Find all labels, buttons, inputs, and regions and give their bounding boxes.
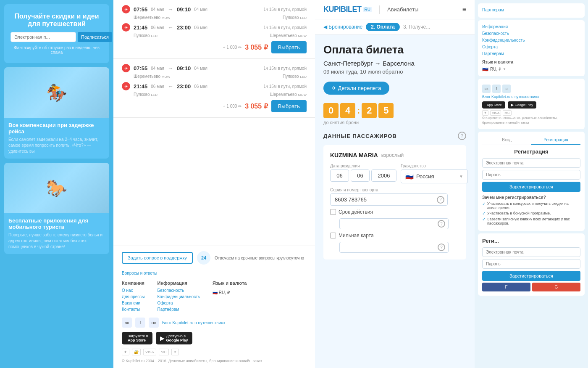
fr-link-partners2[interactable]: Партнерам [482, 51, 580, 56]
miles-help-icon[interactable]: ? [438, 244, 445, 251]
dep-time-1b: 21:45 [134, 24, 147, 31]
arr-airport-2b: Шереметьево MOW [270, 92, 307, 97]
dob-year-input[interactable] [371, 169, 396, 182]
breadcrumb-back[interactable]: ◀ Бронирование [323, 24, 362, 30]
validity-checkbox-label[interactable]: Срок действия [330, 209, 373, 215]
pay-icon-visa: VISA [143, 349, 156, 355]
footer-link-offer[interactable]: Оферта [158, 301, 200, 305]
payment-content: Оплата билета Санкт-Петербург → Барселон… [315, 35, 475, 273]
duration-2a: 1ч 15м в пути, прямой [263, 66, 307, 71]
dob-inputs [330, 169, 396, 182]
fr-link-information[interactable]: Информация [482, 24, 580, 29]
fr-link-security[interactable]: Безопасность [482, 31, 580, 36]
dep-airport-2a: Шереметьево MOW [134, 74, 170, 79]
support-row: Задать вопрос в поддержку 24 Отвечаем на… [122, 251, 307, 265]
miles-input[interactable] [339, 242, 449, 253]
card-apps-description: Поверьте, лучше забыть смену нижнего бел… [8, 232, 105, 250]
email-input[interactable] [10, 32, 76, 42]
fr-info-links: Партнерам [482, 8, 580, 13]
fr-pay-3: MC [503, 110, 511, 116]
select-button-1[interactable]: Выбрать [271, 41, 307, 53]
dob-month-input[interactable] [351, 169, 370, 182]
fr-why-item-2: ✓ Участвовать в бонусной программе. [482, 211, 580, 216]
fr-tab-register[interactable]: Регистрация [531, 136, 580, 145]
details-button[interactable]: ✈ Детали перелета [323, 82, 389, 95]
fr-link-offer[interactable]: Оферта [482, 45, 580, 49]
app-badges: Загрузите вApp Store ▶ Доступно вGoogle … [122, 332, 307, 344]
validity-input[interactable] [339, 218, 449, 229]
passengers-section-header: ДАННЫЕ ПАССАЖИРОВ ? [323, 132, 466, 140]
footer-link-security[interactable]: Безопасность [158, 288, 200, 293]
citizenship-flag: 🇷🇺 [405, 172, 414, 180]
flight-icon-2a: ✈ [122, 64, 130, 72]
google-play-badge[interactable]: ▶ Доступно вGoogle Play [156, 332, 192, 344]
center-panel: ✈ 07:55 04 мая → 09:10 04 мая 1ч 15м в п… [113, 0, 315, 368]
fr-fb-icon[interactable]: f [492, 85, 501, 93]
apple-badge-label: Загрузите вApp Store [128, 334, 148, 342]
footer-lang-value[interactable]: 🇷🇺 RU, ₽ [213, 290, 230, 295]
fr-tab-login[interactable]: Вход [482, 136, 531, 145]
fr-link-privacy[interactable]: Конфиденциальность [482, 38, 580, 42]
passengers-help-icon[interactable]: ? [458, 132, 466, 140]
facebook-icon[interactable]: f [135, 318, 145, 328]
passport-input[interactable] [330, 193, 448, 206]
fr-google-login-button[interactable]: G [532, 283, 580, 291]
fr-apple-badge[interactable]: App Store [482, 101, 505, 109]
fr-vk-icon[interactable]: вк [482, 85, 491, 93]
duration-2b: 1ч 15м в пути, прямой [263, 84, 307, 89]
fr-register-button[interactable]: Зарегистрироваться [482, 182, 580, 192]
fr-email-input[interactable] [482, 158, 580, 168]
vk-icon[interactable]: вк [122, 318, 132, 328]
menu-icon[interactable]: ≡ [462, 6, 466, 13]
footer-link-partners[interactable]: Партнёрам [158, 307, 200, 312]
passport-row: Серия и номер паспорта ? [330, 188, 459, 206]
validity-checkbox[interactable] [330, 209, 336, 215]
fr-reg2-button[interactable]: Зарегистрироваться [482, 271, 580, 281]
passport-label: Серия и номер паспорта [330, 188, 459, 192]
fr-google-badge[interactable]: ▶ Google Play [508, 101, 537, 109]
fr-links-card: Информация Безопасность Конфиденциальнос… [478, 20, 585, 76]
footer-link-about[interactable]: О нас [122, 288, 145, 293]
fr-password-input[interactable] [482, 170, 580, 180]
dob-day-input[interactable] [330, 169, 349, 182]
footer-link-contacts[interactable]: Контакты [122, 307, 145, 312]
miles-checkbox-label[interactable]: Мильная карта [330, 233, 374, 238]
apple-store-badge[interactable]: Загрузите вApp Store [122, 332, 152, 344]
fr-reg2-password-input[interactable] [482, 259, 580, 269]
miles-checkbox[interactable] [330, 233, 336, 238]
arr-time-2b: 23:00 [177, 83, 191, 90]
arr-date-2a: 04 мая [194, 66, 207, 71]
passport-help-icon[interactable]: ? [437, 196, 444, 204]
fr-facebook-login-button[interactable]: F [482, 283, 530, 291]
arr-date-1b: 06 мая [194, 25, 207, 30]
promo-description: Фантазируйте об отпуске раз в неделю. Бе… [10, 45, 103, 55]
breadcrumb-step-2[interactable]: 2. Оплата [366, 23, 400, 31]
fr-flag: 🇷🇺 [482, 66, 488, 72]
fr-lang-value-row[interactable]: 🇷🇺 RU, ₽ ▼ [482, 66, 580, 72]
subscribe-button[interactable]: Подписаться [78, 32, 112, 42]
fr-ya-icon[interactable]: я [502, 85, 511, 93]
ok-icon[interactable]: ок [149, 318, 159, 328]
card-apps-title: Бесплатные приложения для мобильного тур… [8, 217, 105, 230]
fr-reg2-email-input[interactable] [482, 247, 580, 257]
citizenship-select[interactable]: 🇷🇺 Россия ▼ [401, 169, 468, 183]
select-button-2[interactable]: Выбрать [271, 100, 307, 112]
dep-time-1a: 07:55 [134, 6, 147, 13]
fr-blog-link[interactable]: Блог Kupibilet.ru о путешествиях [482, 95, 580, 99]
arr-time-1a: 09:10 [177, 6, 191, 13]
footer-col-company: Компания О нас Для прессы Вакансии Конта… [122, 281, 145, 313]
payment-title: Оплата билета [323, 43, 466, 56]
validity-help-icon[interactable]: ? [438, 220, 445, 228]
fr-lang-chevron: ▼ [503, 67, 506, 71]
footer-link-press[interactable]: Для прессы [122, 294, 145, 299]
arr-date-2b: 06 мая [194, 84, 207, 89]
breadcrumb-bar: ◀ Бронирование 2. Оплата 3. Получе... [315, 19, 475, 35]
flight-icon-2b: ✈ [122, 82, 130, 90]
footer-link-jobs[interactable]: Вакансии [122, 301, 145, 305]
blog-link[interactable]: Блог Kupibilet.ru о путешествиях [162, 320, 225, 325]
footer-link-privacy[interactable]: Конфиденциальность [158, 294, 200, 299]
support-button[interactable]: Задать вопрос в поддержку [122, 252, 193, 264]
fr-link-partners[interactable]: Партнерам [482, 8, 580, 12]
validity-label-text: Срок действия [339, 209, 373, 215]
qa-link[interactable]: Вопросы и ответы [122, 271, 157, 275]
